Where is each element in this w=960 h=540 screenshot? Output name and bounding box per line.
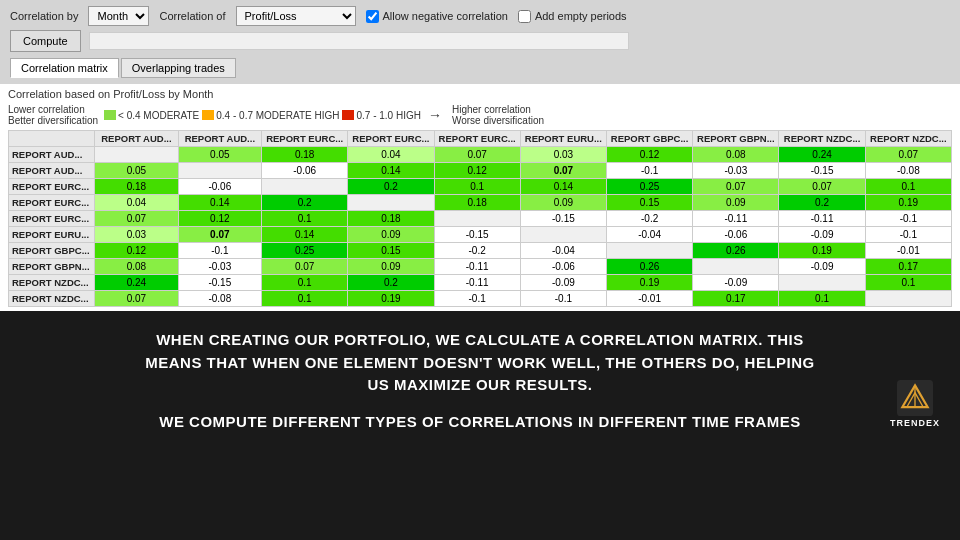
progress-bar — [89, 32, 629, 50]
cell-3-6: 0.15 — [606, 195, 692, 211]
cell-8-7: -0.09 — [693, 275, 779, 291]
tabs-row: Correlation matrix Overlapping trades — [10, 58, 950, 78]
header-col-1: REPORT AUD... — [178, 131, 261, 147]
header-col-4: REPORT EURC... — [434, 131, 520, 147]
cell-2-0: 0.18 — [95, 179, 178, 195]
cell-2-4: 0.1 — [434, 179, 520, 195]
cell-5-3: 0.09 — [348, 227, 434, 243]
cell-4-6: -0.2 — [606, 211, 692, 227]
cell-3-9: 0.19 — [865, 195, 951, 211]
top-panel: Correlation by Month Correlation of Prof… — [0, 0, 960, 84]
cell-0-0 — [95, 147, 178, 163]
cell-8-3: 0.2 — [348, 275, 434, 291]
legend-left-text: Lower correlation Better diversification — [8, 104, 98, 126]
legend-label-moderate: < 0.4 MODERATE — [118, 110, 199, 121]
cell-7-5: -0.06 — [520, 259, 606, 275]
legend-row: Lower correlation Better diversification… — [8, 104, 952, 126]
cell-2-9: 0.1 — [865, 179, 951, 195]
header-empty — [9, 131, 95, 147]
table-row: REPORT EURC...0.070.120.10.18-0.15-0.2-0… — [9, 211, 952, 227]
table-row: REPORT AUD...0.050.180.040.070.030.120.0… — [9, 147, 952, 163]
correlation-by-select[interactable]: Month — [88, 6, 149, 26]
bottom-text-1: WHEN CREATING OUR PORTFOLIO, WE CALCULAT… — [145, 329, 814, 397]
row-header-2: REPORT EURC... — [9, 179, 95, 195]
table-row: REPORT NZDC...0.24-0.150.10.2-0.11-0.090… — [9, 275, 952, 291]
cell-1-9: -0.08 — [865, 163, 951, 179]
cell-5-6: -0.04 — [606, 227, 692, 243]
cell-6-2: 0.25 — [262, 243, 348, 259]
allow-negative-checkbox[interactable] — [366, 10, 379, 23]
header-col-0: REPORT AUD... — [95, 131, 178, 147]
add-empty-checkbox[interactable] — [518, 10, 531, 23]
cell-4-5: -0.15 — [520, 211, 606, 227]
header-col-9: REPORT NZDC... — [865, 131, 951, 147]
correlation-by-label: Correlation by — [10, 10, 78, 22]
cell-4-0: 0.07 — [95, 211, 178, 227]
cell-1-2: -0.06 — [262, 163, 348, 179]
cell-4-4 — [434, 211, 520, 227]
row-header-5: REPORT EURU... — [9, 227, 95, 243]
better-label: Better diversification — [8, 115, 98, 126]
cell-6-3: 0.15 — [348, 243, 434, 259]
row-header-3: REPORT EURC... — [9, 195, 95, 211]
cell-8-4: -0.11 — [434, 275, 520, 291]
cell-1-3: 0.14 — [348, 163, 434, 179]
trendex-logo: TRENDEX — [890, 380, 940, 428]
header-col-7: REPORT GBPN... — [693, 131, 779, 147]
header-col-5: REPORT EURU... — [520, 131, 606, 147]
cell-0-4: 0.07 — [434, 147, 520, 163]
compute-button[interactable]: Compute — [10, 30, 81, 52]
table-row: REPORT EURU...0.030.070.140.09-0.15-0.04… — [9, 227, 952, 243]
cell-2-2 — [262, 179, 348, 195]
header-col-8: REPORT NZDC... — [779, 131, 865, 147]
cell-6-4: -0.2 — [434, 243, 520, 259]
cell-7-1: -0.03 — [178, 259, 261, 275]
cell-3-8: 0.2 — [779, 195, 865, 211]
cell-2-1: -0.06 — [178, 179, 261, 195]
cell-0-1: 0.05 — [178, 147, 261, 163]
cell-1-5: 0.07 — [520, 163, 606, 179]
cell-9-5: -0.1 — [520, 291, 606, 307]
cell-6-1: -0.1 — [178, 243, 261, 259]
cell-7-7 — [693, 259, 779, 275]
cell-8-5: -0.09 — [520, 275, 606, 291]
cell-7-0: 0.08 — [95, 259, 178, 275]
tab-overlapping-trades[interactable]: Overlapping trades — [121, 58, 236, 78]
tab-correlation-matrix[interactable]: Correlation matrix — [10, 58, 119, 78]
cell-5-9: -0.1 — [865, 227, 951, 243]
cell-9-6: -0.01 — [606, 291, 692, 307]
cell-8-0: 0.24 — [95, 275, 178, 291]
cell-2-6: 0.25 — [606, 179, 692, 195]
cell-9-2: 0.1 — [262, 291, 348, 307]
cell-9-4: -0.1 — [434, 291, 520, 307]
arrow-icon: → — [428, 107, 442, 123]
cell-5-5 — [520, 227, 606, 243]
cell-4-7: -0.11 — [693, 211, 779, 227]
table-row: REPORT GBPN...0.08-0.030.070.09-0.11-0.0… — [9, 259, 952, 275]
legend-item-moderate: < 0.4 MODERATE — [104, 110, 199, 121]
cell-7-2: 0.07 — [262, 259, 348, 275]
trendex-label: TRENDEX — [890, 418, 940, 428]
cell-6-0: 0.12 — [95, 243, 178, 259]
cell-7-4: -0.11 — [434, 259, 520, 275]
legend-box-moderate — [104, 110, 116, 120]
cell-1-6: -0.1 — [606, 163, 692, 179]
allow-negative-label: Allow negative correlation — [383, 10, 508, 22]
cell-9-1: -0.08 — [178, 291, 261, 307]
cell-9-3: 0.19 — [348, 291, 434, 307]
cell-0-6: 0.12 — [606, 147, 692, 163]
cell-7-6: 0.26 — [606, 259, 692, 275]
row-header-4: REPORT EURC... — [9, 211, 95, 227]
correlation-of-select[interactable]: Profit/Loss — [236, 6, 356, 26]
cell-1-8: -0.15 — [779, 163, 865, 179]
cell-3-2: 0.2 — [262, 195, 348, 211]
legend-right-text: Higher correlation Worse diversification — [452, 104, 544, 126]
cell-3-1: 0.14 — [178, 195, 261, 211]
legend-box-moderate-high — [202, 110, 214, 120]
cell-0-7: 0.08 — [693, 147, 779, 163]
cell-5-7: -0.06 — [693, 227, 779, 243]
cell-9-9 — [865, 291, 951, 307]
add-empty-group: Add empty periods — [518, 10, 627, 23]
worse-label: Worse diversification — [452, 115, 544, 126]
cell-0-2: 0.18 — [262, 147, 348, 163]
